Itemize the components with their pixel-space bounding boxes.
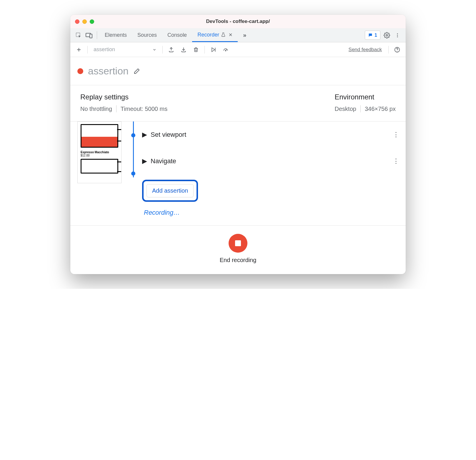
tab-sources[interactable]: Sources <box>132 28 162 42</box>
timeout-value[interactable]: Timeout: 5000 ms <box>121 106 167 112</box>
settings-section: Replay settings No throttling Timeout: 5… <box>70 85 406 121</box>
svg-point-3 <box>386 34 388 36</box>
replay-icon[interactable] <box>208 45 218 55</box>
environment-settings: Environment Desktop 346×756 px <box>335 93 396 112</box>
svg-point-9 <box>397 51 397 51</box>
step-menu-icon[interactable]: ⋮ <box>393 157 400 165</box>
recorder-toolbar: assertion Send feedback <box>70 42 406 57</box>
step-navigate[interactable]: ▶ Navigate ⋮ <box>142 148 400 174</box>
performance-icon[interactable] <box>221 45 231 55</box>
kebab-menu-icon[interactable] <box>392 28 403 42</box>
more-tabs-button[interactable]: » <box>238 28 251 42</box>
timeline-dot-icon <box>131 171 135 176</box>
recording-title: assertion <box>88 65 129 77</box>
tab-recorder[interactable]: Recorder ✕ <box>192 28 238 42</box>
edit-title-icon[interactable] <box>133 68 140 75</box>
end-recording-label: End recording <box>220 257 257 264</box>
steps-section: Espresso Macchiato $12.00 ▶ Set viewport… <box>70 121 406 225</box>
titlebar: DevTools - coffee-cart.app/ <box>70 15 406 28</box>
timeline <box>124 121 142 225</box>
import-icon[interactable] <box>179 45 189 55</box>
step-label: Navigate <box>151 157 176 165</box>
chat-icon <box>368 33 373 38</box>
help-icon[interactable] <box>392 45 402 55</box>
replay-settings-heading: Replay settings <box>80 93 167 101</box>
screenshot-thumbnail: Espresso Macchiato $12.00 <box>77 121 124 225</box>
send-feedback-link[interactable]: Send feedback <box>349 47 382 53</box>
stop-icon <box>235 240 241 246</box>
steps-list: ▶ Set viewport ⋮ ▶ Navigate ⋮ Add assert… <box>142 121 406 225</box>
devtools-window: DevTools - coffee-cart.app/ Elements Sou… <box>70 15 406 274</box>
issues-badge[interactable]: 1 <box>365 31 380 40</box>
svg-rect-2 <box>90 34 92 38</box>
recording-header: assertion <box>70 57 406 85</box>
chevron-down-icon <box>152 48 157 52</box>
window-title: DevTools - coffee-cart.app/ <box>70 19 406 24</box>
tab-console[interactable]: Console <box>162 28 192 42</box>
panel-tabs: Elements Sources Console Recorder ✕ » <box>99 28 251 42</box>
viewport-value[interactable]: 346×756 px <box>365 106 396 112</box>
delete-icon[interactable] <box>191 45 201 55</box>
environment-heading: Environment <box>335 93 396 101</box>
expand-triangle-icon[interactable]: ▶ <box>142 157 147 165</box>
replay-settings: Replay settings No throttling Timeout: 5… <box>80 93 167 112</box>
expand-triangle-icon[interactable]: ▶ <box>142 131 147 139</box>
recording-status: Recording… <box>144 209 400 216</box>
end-recording-button[interactable] <box>229 234 247 253</box>
step-menu-icon[interactable]: ⋮ <box>393 131 400 139</box>
recording-indicator-icon <box>77 68 83 74</box>
device-value[interactable]: Desktop <box>335 106 356 112</box>
devtools-tabbar: Elements Sources Console Recorder ✕ » 1 <box>70 28 406 42</box>
flask-icon <box>221 32 226 37</box>
recording-selector[interactable]: assertion <box>91 45 159 54</box>
throttling-value[interactable]: No throttling <box>80 106 112 112</box>
add-assertion-button[interactable]: Add assertion <box>147 184 194 197</box>
timeline-dot-icon <box>131 133 135 137</box>
recorder-footer: End recording <box>70 225 406 274</box>
svg-point-4 <box>397 33 398 34</box>
close-tab-icon[interactable]: ✕ <box>229 32 232 38</box>
add-assertion-highlight: Add assertion <box>142 180 198 202</box>
export-icon[interactable] <box>166 45 176 55</box>
device-toolbar-icon[interactable] <box>84 28 94 42</box>
settings-gear-icon[interactable] <box>382 28 392 42</box>
inspect-element-icon[interactable] <box>73 28 84 42</box>
step-set-viewport[interactable]: ▶ Set viewport ⋮ <box>142 121 400 148</box>
thumb-product: Espresso Macchiato <box>81 151 118 154</box>
new-recording-icon[interactable] <box>74 45 84 55</box>
svg-point-5 <box>397 35 398 36</box>
tab-elements[interactable]: Elements <box>99 28 132 42</box>
svg-point-6 <box>397 36 398 37</box>
step-label: Set viewport <box>151 131 186 139</box>
thumb-price: $12.00 <box>81 154 118 157</box>
